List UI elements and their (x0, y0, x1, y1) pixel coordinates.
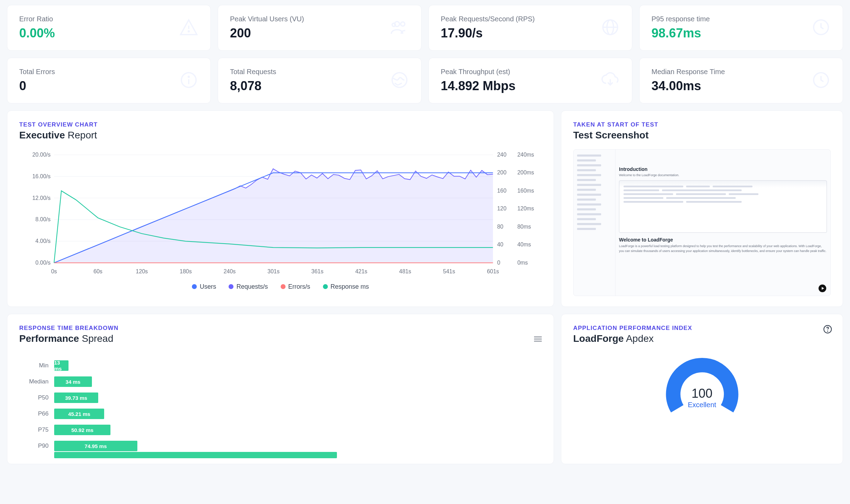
perf-bar: 74.95 ms (54, 441, 137, 451)
metric-value: 34.00ms (651, 79, 725, 93)
exec-legend: UsersRequests/sErrors/sResponse ms (19, 283, 542, 290)
svg-text:541s: 541s (443, 268, 455, 274)
svg-text:240s: 240s (224, 268, 236, 274)
metric-value: 0.00% (19, 26, 55, 41)
metrics-row-1: Error Ratio0.00%Peak Virtual Users (VU)2… (7, 5, 843, 51)
svg-text:361s: 361s (311, 268, 324, 274)
metric-label: Peak Requests/Second (RPS) (441, 15, 535, 23)
metric-card: Total Errors0 (7, 58, 211, 103)
globe-icon (600, 17, 620, 38)
perf-label: P90 (19, 442, 49, 449)
perf-bar: 13 ms (54, 360, 69, 371)
download-icon (600, 70, 620, 91)
metric-card: Peak Throughput (est)14.892 Mbps (428, 58, 632, 103)
perf-label: Median (19, 378, 49, 385)
metric-label: Total Requests (230, 68, 276, 76)
svg-text:240ms: 240ms (517, 152, 534, 158)
performance-spread-panel: RESPONSE TIME BREAKDOWN Performance Spre… (7, 314, 554, 464)
svg-text:240: 240 (497, 152, 506, 158)
exec-eyebrow: TEST OVERVIEW CHART (19, 121, 542, 128)
svg-text:200ms: 200ms (517, 170, 534, 175)
help-icon[interactable] (823, 325, 832, 334)
metric-value: 17.90/s (441, 26, 535, 41)
legend-item[interactable]: Users (192, 283, 216, 290)
metric-card: P95 response time98.67ms (639, 5, 843, 51)
perf-title: Performance Spread (19, 333, 542, 344)
svg-text:4.00/s: 4.00/s (35, 238, 50, 244)
warning-triangle-icon (179, 17, 199, 38)
screenshot-title: Test Screenshot (573, 130, 831, 141)
exec-chart: 0.00/s4.00/s8.00/s12.00/s16.00/s20.00/s0… (19, 151, 542, 290)
svg-text:80: 80 (497, 224, 503, 230)
perf-bar: 34 ms (54, 376, 92, 387)
metric-card: Peak Virtual Users (VU)200 (218, 5, 422, 51)
play-icon[interactable] (819, 285, 826, 292)
svg-text:12.00/s: 12.00/s (32, 195, 50, 201)
metric-card: Error Ratio0.00% (7, 5, 211, 51)
perf-label: Min (19, 362, 49, 369)
svg-text:180s: 180s (180, 268, 192, 274)
hamburger-icon[interactable] (534, 337, 542, 341)
svg-text:16.00/s: 16.00/s (32, 173, 50, 179)
apdex-title: LoadForge Apdex (573, 333, 831, 344)
screenshot-panel: TAKEN AT START OF TEST Test Screenshot I… (561, 110, 843, 307)
perf-bar: 50.92 ms (54, 425, 110, 435)
svg-point-1 (188, 31, 189, 32)
clock-icon (811, 17, 831, 38)
screenshot-thumbnail[interactable]: Introduction Welcome to the LoadForge do… (573, 149, 831, 296)
earth-icon (390, 70, 409, 91)
exec-title: Executive Report (19, 130, 542, 141)
metrics-row-2: Total Errors0Total Requests8,078Peak Thr… (7, 58, 843, 103)
svg-text:481s: 481s (399, 268, 411, 274)
apdex-eyebrow: APPLICATION PERFORMANCE INDEX (573, 325, 831, 332)
svg-text:8.00/s: 8.00/s (35, 216, 50, 222)
legend-item[interactable]: Requests/s (229, 283, 268, 290)
svg-point-3 (401, 22, 405, 26)
metric-label: Error Ratio (19, 15, 55, 23)
metric-card: Peak Requests/Second (RPS)17.90/s (428, 5, 632, 51)
info-icon (179, 70, 199, 91)
perf-row: P6645.21 ms (19, 406, 542, 422)
perf-row: Median34 ms (19, 374, 542, 390)
svg-text:60s: 60s (93, 268, 102, 274)
perf-label: P75 (19, 426, 49, 433)
metric-label: P95 response time (651, 15, 710, 23)
svg-text:200: 200 (497, 170, 506, 175)
perf-bars: Min13 msMedian34 msP5039.73 msP6645.21 m… (19, 358, 542, 460)
metric-value: 0 (19, 79, 55, 93)
apdex-score: 100 (658, 386, 746, 401)
svg-text:20.00/s: 20.00/s (32, 152, 50, 158)
apdex-gauge: 100 Excellent (658, 348, 746, 418)
perf-bar: 39.73 ms (54, 393, 98, 403)
perf-row: P5039.73 ms (19, 390, 542, 406)
svg-text:120ms: 120ms (517, 206, 534, 211)
svg-text:0.00/s: 0.00/s (35, 260, 50, 266)
screenshot-eyebrow: TAKEN AT START OF TEST (573, 121, 831, 128)
metric-value: 14.892 Mbps (441, 79, 516, 93)
perf-label: P50 (19, 394, 49, 401)
metric-label: Peak Throughput (est) (441, 68, 516, 76)
svg-point-4 (392, 23, 395, 26)
svg-text:601s: 601s (487, 268, 499, 274)
perf-row: P7550.92 ms (19, 422, 542, 438)
metric-card: Median Response Time34.00ms (639, 58, 843, 103)
metric-label: Peak Virtual Users (VU) (230, 15, 304, 23)
legend-item[interactable]: Errors/s (281, 283, 310, 290)
svg-text:0ms: 0ms (517, 260, 528, 266)
svg-text:0: 0 (497, 260, 500, 266)
svg-text:421s: 421s (355, 268, 367, 274)
metric-label: Total Errors (19, 68, 55, 76)
legend-item[interactable]: Response ms (323, 283, 369, 290)
svg-text:120s: 120s (136, 268, 148, 274)
svg-text:40: 40 (497, 242, 503, 247)
apdex-panel: APPLICATION PERFORMANCE INDEX LoadForge … (561, 314, 843, 464)
svg-text:40ms: 40ms (517, 242, 531, 247)
users-icon (390, 17, 409, 38)
perf-row: Min13 ms (19, 358, 542, 374)
svg-text:160: 160 (497, 188, 506, 194)
perf-eyebrow: RESPONSE TIME BREAKDOWN (19, 325, 542, 332)
svg-point-52 (827, 331, 828, 331)
perf-bar: 45.21 ms (54, 409, 104, 419)
svg-text:160ms: 160ms (517, 188, 534, 194)
perf-label: P66 (19, 410, 49, 417)
